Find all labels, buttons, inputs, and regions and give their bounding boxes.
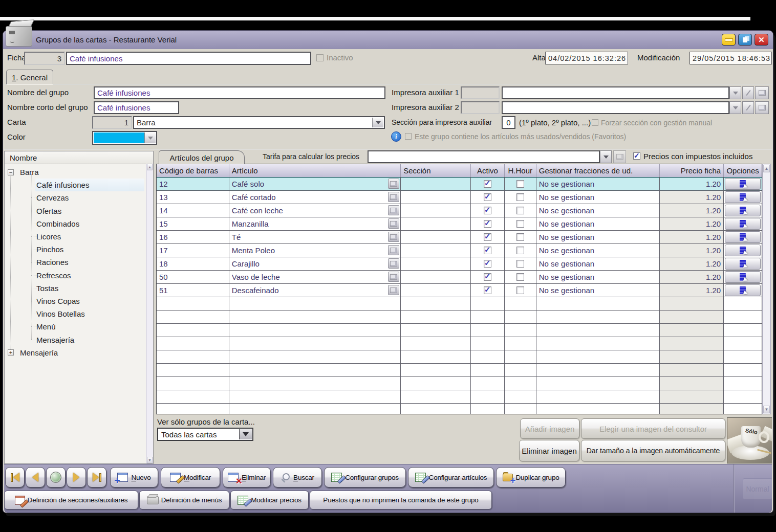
header-opciones[interactable]: Opciones [724,164,762,177]
header-seccion[interactable]: Sección [401,164,471,177]
impresora1-dropdown[interactable] [502,86,729,99]
activo-checkbox[interactable] [484,207,491,214]
carta-number-field[interactable]: 1 [92,116,132,129]
nav-previous-button[interactable] [26,467,45,487]
modificar-button[interactable]: Modificar [161,467,220,487]
activo-checkbox[interactable] [484,260,491,268]
header-activo[interactable]: Activo [471,164,505,177]
minimize-button[interactable] [722,34,736,46]
hhour-checkbox[interactable] [516,286,524,294]
eliminar-imagen-button[interactable]: Eliminar imagen [519,440,579,461]
tree-item-cervezas[interactable]: Cervezas [35,191,144,204]
color-picker[interactable] [92,131,157,145]
opciones-button[interactable] [725,178,761,190]
scroll-up-icon[interactable]: ▲ [147,164,153,170]
opciones-button[interactable] [725,191,761,203]
tab-general[interactable]: 1. General [6,70,53,84]
elegir-imagen-button[interactable]: Elegir una imagen del consultor [581,418,725,439]
definicion-menus-button[interactable]: Definición de menús [139,491,229,509]
table-row[interactable] [157,390,762,404]
articulo-image-button[interactable] [388,192,399,202]
nav-first-button[interactable] [5,467,25,487]
hhour-checkbox[interactable] [516,260,524,268]
nav-refresh-button[interactable] [46,467,66,487]
tree-item-menu[interactable]: Menú [35,320,144,333]
impresora2-dropdown[interactable] [502,101,729,114]
hhour-checkbox[interactable] [516,233,524,241]
tree-item-mensajeria[interactable]: +Mensajería [8,346,144,359]
nombre-grupo-field[interactable]: Café infusiones [94,86,385,99]
color-dropdown-arrow-icon[interactable] [144,132,156,143]
activo-checkbox[interactable] [484,220,491,228]
table-row[interactable]: 17Menta PoleoNo se gestionan1.20 [157,244,762,257]
table-row[interactable]: 16TéNo se gestionan1.20 [157,231,762,244]
impresora2-view-button[interactable] [755,101,769,114]
tree-item-licores[interactable]: Licores [35,230,144,243]
hhour-checkbox[interactable] [516,180,524,188]
close-button[interactable]: ✕ [755,34,768,46]
opciones-button[interactable] [725,271,761,283]
impresora1-view-button[interactable] [755,86,769,99]
table-row[interactable] [157,404,762,414]
table-row[interactable]: 15ManzanillaNo se gestionan1.20 [157,217,762,231]
scroll-up-icon[interactable]: ▲ [763,165,770,172]
duplicar-grupo-button[interactable]: + Duplicar grupo [496,467,566,487]
tree-item-vinos-botellas[interactable]: Vinos Botellas [35,307,144,320]
nombre-corto-field[interactable]: Café infusiones [94,101,179,114]
hhour-checkbox[interactable] [516,247,524,254]
table-row[interactable]: 51DescafeinadoNo se gestionan1.20 [157,284,762,297]
hhour-checkbox[interactable] [516,193,524,201]
hhour-checkbox[interactable] [516,220,524,228]
tree-expand-icon[interactable]: + [8,349,14,356]
table-row[interactable]: 13Café cortadoNo se gestionan1.20 [157,191,762,204]
header-precio[interactable]: Precio ficha [660,164,724,177]
forzar-seccion-checkbox[interactable] [592,119,598,126]
configurar-grupos-button[interactable]: Configurar grupos [324,467,406,487]
group-image-thumbnail[interactable]: Sólo [727,417,772,463]
hhour-checkbox[interactable] [516,273,524,281]
tree-item-ofertas[interactable]: Ofertas [35,205,144,217]
scroll-down-icon[interactable]: ▼ [763,406,770,413]
activo-checkbox[interactable] [484,247,491,254]
articulo-image-button[interactable] [388,232,399,242]
articulo-image-button[interactable] [388,285,399,295]
buscar-button[interactable]: Buscar [273,467,322,487]
impresora2-dropdown-arrow-icon[interactable] [729,101,741,114]
tree-scrollbar[interactable]: ▲ ▼ [146,164,153,463]
titlebar[interactable]: Grupos de las cartas - Restaurante Veria… [3,31,773,49]
header-articulo[interactable]: Artículo [229,164,401,177]
tree-collapse-icon[interactable]: − [8,169,14,175]
tree-item-vinos-copas[interactable]: Vinos Copas [35,295,144,307]
tree-item-mensajeria[interactable]: Mensajería [35,334,144,346]
table-row[interactable] [157,297,762,311]
favoritos-checkbox[interactable] [405,133,412,140]
header-fracciones[interactable]: Gestionar fracciones de ud. [536,164,660,177]
opciones-button[interactable] [725,245,761,256]
activo-checkbox[interactable] [484,180,491,188]
modificar-precios-button[interactable]: Modificar precios [230,491,309,509]
opciones-button[interactable] [725,231,761,243]
ficha-name-field[interactable]: Café infusiones [66,52,311,65]
activo-checkbox[interactable] [484,286,491,294]
impresora2-number-field[interactable] [461,101,500,114]
tarifa-view-button[interactable] [613,150,626,163]
tab-articulos-del-grupo[interactable]: Artículos del grupo [159,150,245,164]
eliminar-button[interactable]: × Eliminar [223,467,271,487]
articulo-image-button[interactable] [388,272,399,282]
table-row[interactable]: 50Vaso de lecheNo se gestionan1.20 [157,271,762,284]
articulo-image-button[interactable] [388,218,399,229]
table-scrollbar[interactable]: ▲ ▼ [762,164,771,414]
articulo-image-button[interactable] [388,205,399,215]
maximize-button[interactable] [738,34,752,46]
articulo-image-button[interactable] [388,258,399,269]
hhour-checkbox[interactable] [516,207,524,214]
tree-item-pinchos[interactable]: Pinchos [35,243,144,256]
activo-checkbox[interactable] [484,273,491,281]
table-row[interactable] [157,377,762,390]
header-codigo[interactable]: Código de barras [157,164,229,177]
impresora2-edit-button[interactable] [742,101,754,114]
dar-tamano-button[interactable]: Dar tamaño a la imagen automáticamente [581,440,725,461]
impresora1-dropdown-arrow-icon[interactable] [729,86,741,99]
tarifa-dropdown-arrow-icon[interactable] [600,150,612,163]
configurar-articulos-button[interactable]: Configurar artículos [408,467,494,487]
